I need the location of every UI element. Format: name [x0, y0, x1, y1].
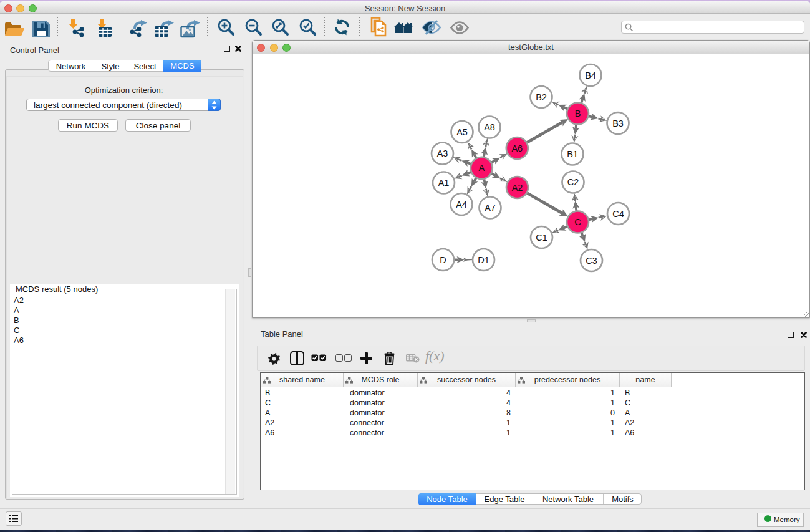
svg-text:B1: B1: [567, 149, 578, 159]
svg-text:D1: D1: [478, 255, 489, 265]
svg-text:A3: A3: [437, 148, 448, 158]
svg-text:A1: A1: [438, 178, 450, 188]
svg-text:C: C: [574, 217, 581, 227]
svg-text:B4: B4: [585, 70, 596, 80]
svg-text:A2: A2: [512, 183, 523, 193]
svg-text:A5: A5: [456, 127, 468, 137]
svg-text:A7: A7: [485, 203, 496, 213]
svg-text:B3: B3: [612, 118, 624, 128]
svg-text:C2: C2: [567, 177, 579, 187]
svg-text:C1: C1: [536, 233, 547, 243]
svg-text:A6: A6: [511, 143, 523, 153]
svg-text:A4: A4: [456, 200, 467, 210]
svg-text:B: B: [575, 109, 581, 118]
svg-text:C3: C3: [586, 256, 597, 266]
svg-text:A: A: [478, 163, 485, 173]
svg-text:C4: C4: [612, 209, 624, 219]
svg-text:D: D: [440, 255, 446, 265]
svg-text:A8: A8: [484, 122, 495, 132]
svg-text:B2: B2: [536, 92, 547, 102]
